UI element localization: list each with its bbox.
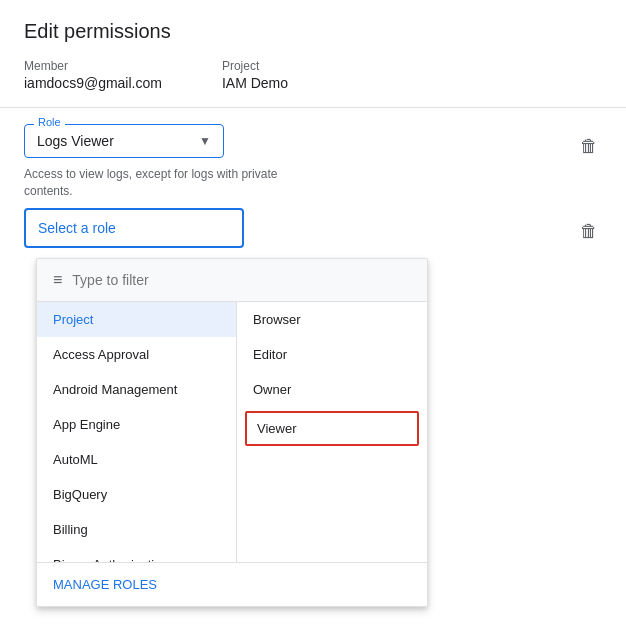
project-label: Project bbox=[222, 59, 288, 73]
role-description: Access to view logs, except for logs wit… bbox=[24, 166, 284, 200]
left-item-automl[interactable]: AutoML bbox=[37, 442, 236, 477]
role-select-value: Logs Viewer bbox=[37, 133, 114, 149]
left-item-billing[interactable]: Billing bbox=[37, 512, 236, 547]
left-item-access-approval[interactable]: Access Approval bbox=[37, 337, 236, 372]
page-title: Edit permissions bbox=[24, 20, 602, 43]
chevron-down-icon: ▼ bbox=[199, 134, 211, 148]
left-item-binary-authorization[interactable]: Binary Authorization bbox=[37, 547, 236, 562]
project-field: Project IAM Demo bbox=[222, 59, 288, 91]
page: Edit permissions Member iamdocs9@gmail.c… bbox=[0, 0, 626, 626]
role-dropdown-wrapper: Role Logs Viewer ▼ bbox=[24, 124, 224, 158]
role-row-1: Role Logs Viewer ▼ Access to view logs, … bbox=[24, 124, 602, 200]
role-select-dropdown[interactable]: Logs Viewer ▼ bbox=[24, 124, 224, 158]
role-left: Role Logs Viewer ▼ Access to view logs, … bbox=[24, 124, 576, 200]
filter-row: ≡ bbox=[37, 259, 427, 302]
dropdown-columns: Project Access Approval Android Manageme… bbox=[37, 302, 427, 562]
right-item-editor[interactable]: Editor bbox=[237, 337, 427, 372]
delete-role-1-button[interactable]: 🗑 bbox=[576, 132, 602, 161]
select-role-input[interactable]: Select a role bbox=[24, 208, 244, 248]
right-item-viewer[interactable]: Viewer bbox=[245, 411, 419, 446]
member-value: iamdocs9@gmail.com bbox=[24, 75, 162, 91]
left-item-bigquery[interactable]: BigQuery bbox=[37, 477, 236, 512]
left-item-project[interactable]: Project bbox=[37, 302, 236, 337]
select-role-row: Select a role 🗑 bbox=[24, 208, 602, 248]
right-column: Browser Editor Owner Viewer bbox=[237, 302, 427, 562]
right-item-owner[interactable]: Owner bbox=[237, 372, 427, 407]
role-dropdown-panel: ≡ Project Access Approval Android Manage… bbox=[36, 258, 428, 607]
manage-roles-link[interactable]: MANAGE ROLES bbox=[37, 562, 427, 606]
delete-role-2-button[interactable]: 🗑 bbox=[576, 217, 602, 246]
role-field-label: Role bbox=[34, 116, 65, 128]
member-field: Member iamdocs9@gmail.com bbox=[24, 59, 162, 91]
left-column: Project Access Approval Android Manageme… bbox=[37, 302, 237, 562]
left-item-app-engine[interactable]: App Engine bbox=[37, 407, 236, 442]
right-item-browser[interactable]: Browser bbox=[237, 302, 427, 337]
main-content: Role Logs Viewer ▼ Access to view logs, … bbox=[0, 108, 626, 264]
left-item-android-management[interactable]: Android Management bbox=[37, 372, 236, 407]
member-label: Member bbox=[24, 59, 162, 73]
filter-input[interactable] bbox=[72, 272, 411, 288]
select-role-placeholder: Select a role bbox=[38, 220, 116, 236]
filter-icon: ≡ bbox=[53, 271, 62, 289]
header: Edit permissions Member iamdocs9@gmail.c… bbox=[0, 0, 626, 108]
member-project-row: Member iamdocs9@gmail.com Project IAM De… bbox=[24, 59, 602, 91]
project-value: IAM Demo bbox=[222, 75, 288, 91]
